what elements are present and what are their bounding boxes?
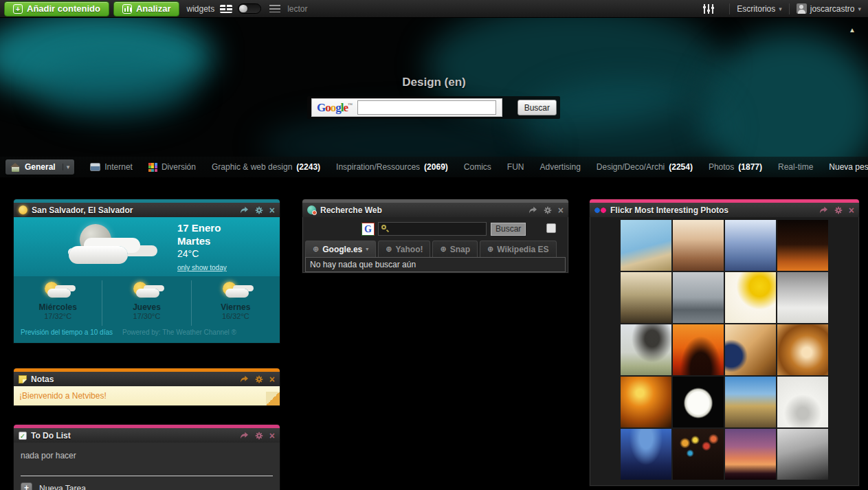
widget-header[interactable]: Notas × <box>14 372 280 386</box>
widget-header[interactable]: Flickr Most Interesting Photos × <box>590 203 859 217</box>
gear-icon[interactable] <box>255 432 263 440</box>
share-icon[interactable] <box>240 432 249 439</box>
notes-body[interactable]: ¡Bienvenido a Netvibes! <box>14 386 280 405</box>
settings-sliders-icon[interactable] <box>703 4 714 14</box>
tab-general[interactable]: General ▾ <box>5 159 74 175</box>
sun-cloud-icon <box>42 282 74 300</box>
analyze-button[interactable]: Analizar <box>113 1 180 16</box>
engine-tab-wikipedia[interactable]: ⊕ Wikipedia ES <box>480 241 556 257</box>
tab-fun[interactable]: FUN <box>507 162 524 172</box>
page-curl <box>266 392 280 405</box>
tab-advertising[interactable]: Advertising <box>539 162 580 172</box>
flickr-photo[interactable] <box>777 429 828 480</box>
widget-header[interactable]: ✓ To Do List × <box>14 428 280 443</box>
top-bar: + Añadir contenido Analizar widgets lect… <box>0 0 868 18</box>
home-icon <box>10 163 21 172</box>
tab-internet[interactable]: Internet <box>90 162 133 172</box>
desktops-menu[interactable]: Escritorios ▾ <box>737 4 782 14</box>
username-label: joscarcastro <box>810 4 855 14</box>
globe-icon: ⊕ <box>440 245 446 253</box>
share-icon[interactable] <box>240 375 249 383</box>
google-search-input[interactable] <box>357 100 496 115</box>
flickr-photo[interactable] <box>621 220 671 271</box>
close-icon[interactable]: × <box>849 206 854 214</box>
share-icon[interactable] <box>240 206 249 214</box>
gear-icon[interactable] <box>834 206 843 214</box>
notes-widget: Notas × ¡Bienvenido a Netvibes! <box>14 368 280 405</box>
flickr-photo[interactable] <box>621 324 671 375</box>
flickr-photo[interactable] <box>777 272 828 323</box>
note-icon <box>19 375 27 383</box>
share-icon[interactable] <box>819 206 828 214</box>
sun-cloud-icon <box>131 282 162 300</box>
chevron-down-icon[interactable]: ▾ <box>366 246 368 252</box>
close-icon[interactable]: × <box>269 432 275 440</box>
websearch-input[interactable] <box>378 222 487 236</box>
websearch-button[interactable]: Buscar <box>491 223 526 236</box>
widgets-grid-icon[interactable] <box>220 5 232 13</box>
flickr-photo[interactable] <box>621 429 671 480</box>
tab-photos[interactable]: Photos (1877) <box>709 162 762 172</box>
only-show-today-link[interactable]: only show today <box>177 264 227 271</box>
engine-tab-snap[interactable]: ⊕ Snap <box>432 241 478 257</box>
flickr-photo[interactable] <box>621 377 671 427</box>
flickr-photo[interactable] <box>725 429 776 480</box>
add-task-button[interactable]: + <box>21 482 32 490</box>
flickr-photo[interactable] <box>725 324 776 375</box>
flickr-photo[interactable] <box>725 272 776 323</box>
flickr-photo[interactable] <box>673 429 724 480</box>
close-icon[interactable]: × <box>269 375 275 383</box>
search-engine-tabs: ⊕ Google.es ▾ ⊕ Yahoo! ⊕ Snap ⊕ Wikipedi… <box>305 241 566 257</box>
gear-icon[interactable] <box>255 206 263 214</box>
forecast-day-name: Viernes <box>192 302 280 312</box>
web-search-globe-icon <box>307 205 316 214</box>
tab-bar: General ▾ Internet Diversión Graphic & w… <box>0 157 868 177</box>
sun-icon <box>19 205 27 214</box>
tab-new-tab[interactable]: Nueva pestaña <box>829 162 868 172</box>
google-favicon: G <box>361 223 375 236</box>
internet-icon <box>90 163 100 171</box>
tab-label: Nueva pestaña <box>829 162 868 172</box>
tab-design-deco-archi[interactable]: Design/Deco/Archi (2254) <box>597 162 693 172</box>
todo-body: nada por hacer + Nueva Tarea <box>14 443 280 490</box>
tab-inspiration-ressources[interactable]: Inspiration/Ressources (2069) <box>336 162 448 172</box>
tab-graphic-web-design[interactable]: Graphic & web design (2243) <box>212 162 320 172</box>
close-icon[interactable]: × <box>269 206 275 214</box>
gear-icon[interactable] <box>544 206 552 214</box>
collapse-header-arrow[interactable]: ▲ <box>849 26 856 34</box>
forecast-day: Miércoles 17/32°C <box>14 280 102 326</box>
share-icon[interactable] <box>528 206 537 214</box>
plus-icon: + <box>13 4 23 14</box>
close-icon[interactable]: × <box>558 206 564 214</box>
dashboard-header: ▲ Design (en) Google™ Buscar <box>0 18 868 177</box>
flickr-photo[interactable] <box>777 324 828 375</box>
new-task-row[interactable]: + Nueva Tarea <box>21 482 86 490</box>
user-menu[interactable]: joscarcastro ▾ <box>797 3 861 14</box>
widget-header[interactable]: Recherche Web × <box>302 203 568 217</box>
tab-diversion[interactable]: Diversión <box>148 162 196 172</box>
engine-tab-yahoo[interactable]: ⊕ Yahoo! <box>378 241 430 257</box>
gear-icon[interactable] <box>255 375 263 383</box>
engine-tab-google[interactable]: ⊕ Google.es ▾ <box>305 241 376 257</box>
logo-letter: o <box>325 101 331 114</box>
tab-comics[interactable]: Comics <box>464 162 491 172</box>
flickr-photo[interactable] <box>673 377 724 427</box>
websearch-checkbox[interactable] <box>546 223 556 233</box>
flickr-icon <box>594 208 606 213</box>
tab-real-time[interactable]: Real-time <box>778 162 813 172</box>
widget-header[interactable]: San Salvador, El Salvador × <box>14 203 280 217</box>
add-content-button[interactable]: + Añadir contenido <box>4 1 109 16</box>
flickr-photo[interactable] <box>777 220 828 271</box>
ten-day-forecast-link[interactable]: Previsión del tiempo a 10 días <box>21 328 113 336</box>
google-search-button[interactable]: Buscar <box>518 100 557 115</box>
flickr-photo[interactable] <box>621 272 671 323</box>
flickr-photo[interactable] <box>673 220 724 271</box>
flickr-photo[interactable] <box>777 377 828 427</box>
widgets-reader-toggle[interactable] <box>238 3 261 14</box>
reader-lines-icon[interactable] <box>269 5 280 12</box>
flickr-photo[interactable] <box>725 220 776 271</box>
flickr-photo[interactable] <box>673 324 724 375</box>
flickr-photo[interactable] <box>673 272 724 323</box>
flickr-photo[interactable] <box>725 377 776 427</box>
tab-dropdown-arrow[interactable]: ▾ <box>63 164 74 170</box>
